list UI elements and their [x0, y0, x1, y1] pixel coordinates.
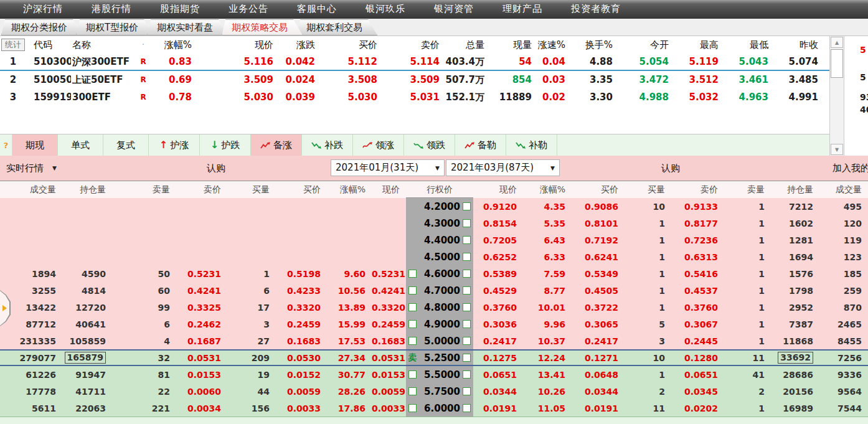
strike-checkbox[interactable]	[463, 270, 471, 278]
menu-item-announcements[interactable]: 业务公告	[214, 3, 283, 15]
board-cell: 259	[819, 286, 868, 296]
strike-left-slot	[408, 270, 417, 278]
toolbar-button[interactable]: 复式	[103, 134, 149, 156]
strike-checkbox[interactable]	[463, 303, 471, 311]
toolbar-button[interactable]: 备勒	[455, 134, 506, 156]
tab-option-t-quotes[interactable]: 期权T型报价	[76, 19, 153, 35]
toolbar-button[interactable]: 领涨	[353, 134, 404, 156]
strike-checkbox[interactable]	[408, 303, 417, 311]
option-row[interactable]: 18944590500.523110.51989.600.52314.60000…	[0, 265, 868, 282]
strike-checkbox[interactable]	[408, 320, 417, 328]
quote-scrollbar[interactable]: ▲ ▼	[829, 36, 844, 156]
toolbar-button[interactable]: 领跌	[404, 134, 455, 156]
toolbar-button[interactable]: 补跌	[302, 134, 353, 156]
strike-cell: 4.2000	[406, 198, 473, 215]
scroll-down-button[interactable]: ▼	[831, 144, 843, 155]
option-row[interactable]: 6122691947810.0153190.015230.770.01535.5…	[0, 366, 868, 383]
strike-checkbox[interactable]	[463, 387, 471, 395]
menu-item-yinhe-asset[interactable]: 银河资管	[420, 3, 488, 15]
strike-price: 4.9000	[417, 319, 462, 330]
menu-item-hs-market[interactable]: 沪深行情	[9, 3, 77, 15]
quote-cell: R	[134, 75, 152, 84]
option-row[interactable]: 279077165879320.05312090.053027.340.0531…	[0, 349, 868, 366]
strike-checkbox[interactable]	[408, 286, 417, 294]
strike-cell: 4.9000	[406, 316, 473, 332]
quote-cell: 5.031	[381, 92, 443, 103]
board-cell: 0.0033	[276, 403, 327, 413]
option-row[interactable]: 5611220632210.00341560.003317.860.00336.…	[0, 400, 868, 417]
toolbar-button-label: 护涨	[170, 139, 189, 151]
menu-item-wealth-products[interactable]: 理财产品	[488, 3, 557, 15]
strike-checkbox[interactable]	[463, 370, 471, 379]
zigzag-up-icon	[465, 141, 475, 149]
expiry-month-select-1[interactable]: 2021年01月(31天) ▼	[331, 159, 445, 176]
strike-checkbox[interactable]	[463, 219, 471, 227]
tab-option-arbitrage-trading[interactable]: 期权套利交易	[296, 19, 377, 35]
scroll-thumb[interactable]	[831, 49, 843, 78]
strike-checkbox[interactable]	[463, 253, 471, 261]
board-cell: 1	[625, 235, 671, 245]
quote-cell: 3.30	[569, 92, 616, 103]
menu-item-yinhe-jiule[interactable]: 银河玖乐	[351, 3, 420, 15]
option-row[interactable]: 877124064160.246230.245915.990.24594.900…	[0, 316, 868, 332]
board-cell: 0.3722	[572, 303, 625, 313]
board-cell: 0.4241	[372, 286, 406, 296]
option-row[interactable]: 23133510585940.1687270.168317.530.16835.…	[0, 332, 868, 349]
strike-checkbox[interactable]	[463, 236, 471, 244]
strike-checkbox[interactable]	[463, 337, 471, 345]
option-row[interactable]: 4.20000.91204.350.9086100.913317212495	[0, 198, 868, 215]
quote-cell: 5.114	[381, 56, 443, 67]
toolbar-button[interactable]: 期现	[12, 134, 58, 156]
quote-cell: 3.509	[196, 74, 277, 85]
toolbar-button[interactable]: ↑护涨	[149, 134, 200, 156]
board-cell: 0.3325	[176, 303, 227, 313]
board-cell: 156	[227, 403, 276, 413]
strike-checkbox[interactable]	[408, 270, 417, 278]
strike-checkbox[interactable]	[408, 370, 417, 379]
toolbar-button[interactable]: ↓护跌	[200, 134, 251, 156]
strike-checkbox[interactable]	[463, 202, 471, 210]
strike-checkbox[interactable]	[408, 387, 417, 395]
quote-row[interactable]: 3159919300ETFR0.785.0300.0395.0305.03115…	[0, 88, 829, 106]
quote-cell: 5.032	[672, 92, 722, 103]
menu-item-index-futures[interactable]: 股指期货	[146, 3, 214, 15]
strike-checkbox[interactable]	[463, 286, 471, 294]
option-row[interactable]: 4.50000.62526.330.624110.631311694123	[0, 248, 868, 265]
menu-item-investor-education[interactable]: 投资者教育	[557, 3, 635, 15]
board-cell: 0.0191	[572, 403, 625, 413]
strike-checkbox[interactable]	[463, 320, 471, 328]
option-row[interactable]: 4.30000.81545.350.810110.817711602120	[0, 215, 868, 232]
board-column-header: 卖价	[671, 184, 724, 196]
board-cell: 0.7192	[572, 235, 625, 245]
expiry-month-select-2[interactable]: 2021年03月(87天) ▼	[446, 159, 560, 176]
option-row[interactable]: 1342212720990.3325170.332013.890.33204.8…	[0, 299, 868, 316]
board-cell: 0.3320	[276, 303, 327, 313]
toolbar-button[interactable]: 单式	[58, 134, 103, 156]
add-to-watchlist-link[interactable]: 加入我的	[833, 156, 868, 181]
strike-left-slot	[408, 387, 417, 395]
scroll-up-button[interactable]: ▲	[831, 37, 843, 48]
quote-row[interactable]: 2510050上证50ETFR0.693.5090.0243.5083.5095…	[0, 71, 829, 88]
tab-option-strategy-trading[interactable]: 期权策略交易	[222, 19, 303, 35]
strategy-toolbar: ? 期现单式复式↑护涨↓护跌备涨补跌领涨领跌备勒补勒	[0, 134, 829, 156]
option-row[interactable]: 1777841711220.0060440.005928.260.00595.7…	[0, 383, 868, 400]
strike-checkbox[interactable]	[463, 404, 471, 412]
quote-table-header: 统计代码名称·涨幅%现价涨跌买价卖价总量现量涨速%换手%今开最高最低昨收	[0, 36, 829, 54]
quote-row[interactable]: 1510300沪深300ETFR0.835.1160.0425.1125.114…	[0, 54, 829, 71]
strike-checkbox[interactable]	[463, 354, 471, 362]
strike-checkbox[interactable]	[408, 337, 417, 345]
toolbar-button[interactable]: 补勒	[506, 134, 557, 156]
tab-option-category-quotes[interactable]: 期权分类报价	[1, 19, 82, 35]
tab-option-realtime-watch[interactable]: 期权实时看盘	[147, 19, 228, 35]
board-cell: 0.9120	[473, 202, 523, 212]
stats-button[interactable]: 统计	[1, 39, 25, 51]
strike-checkbox[interactable]	[408, 404, 417, 412]
menu-item-hk-market[interactable]: 港股行情	[77, 3, 146, 15]
menu-item-customer-service[interactable]: 客服中心	[283, 3, 351, 15]
board-cell: 17	[227, 303, 276, 313]
market-view-dropdown[interactable]: 实时行情 ▼	[6, 156, 57, 181]
help-button[interactable]: ?	[0, 134, 12, 156]
option-row[interactable]: 4.40000.72056.430.719210.723611281119	[0, 232, 868, 248]
toolbar-button[interactable]: 备涨	[251, 134, 302, 156]
option-row[interactable]: 32554814600.424160.423310.560.42414.7000…	[0, 282, 868, 299]
